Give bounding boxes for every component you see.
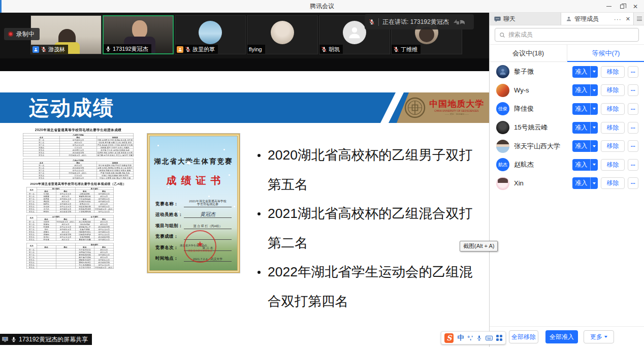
row-more-button[interactable]: ••• <box>628 140 638 152</box>
bullet-line: 2020湖北省高校杯的乙组男子双打 <box>255 141 485 170</box>
remove-button[interactable]: 移除 <box>601 177 625 189</box>
table-row: 第一名武汉大学郭心怡 钱雯怡 可璇 甲也齐 游青雀 陈蕊 <box>23 164 134 167</box>
certificate-field-label: 项目与组别： <box>155 223 184 229</box>
admit-button[interactable]: 准入 <box>572 84 598 96</box>
table-row: 第一名华中师范大学刘阳 余明星 程子恒 朱明灿 游乐晨 冯午霖 <box>23 139 134 141</box>
member-name: 张天宇山西大学 <box>514 142 568 151</box>
row-more-button[interactable]: ••• <box>628 159 638 171</box>
event-result-table: 名次混合双打姓名单位姓名单位第一名刘子航/辛宜宜武汉大学第二名涂雪涵/王鸿远武汉… <box>26 243 114 269</box>
remove-button[interactable]: 移除 <box>601 84 625 96</box>
ime-mic-icon[interactable] <box>476 335 482 341</box>
sogou-logo-icon[interactable]: S <box>444 333 454 343</box>
admit-label: 准入 <box>572 86 590 94</box>
table-row: 第五名中国地质大学（武汉）谈书鹏 南竹坞 洛笔久 陈立山 谭衍平 竹篝文 <box>23 154 134 156</box>
member-search-input[interactable]: 搜索成员 <box>495 28 639 42</box>
participant-tile[interactable]: 游茂林 <box>30 15 102 54</box>
table-row: 第三名华中农业大学晓爱琪 雨晴 程谣 申青霞 张馥元 樊琳 <box>23 169 134 172</box>
admit-dropdown[interactable] <box>590 84 598 96</box>
share-badge-label: 173192黄冠杰的屏幕共享 <box>19 335 88 344</box>
panel-more-button[interactable]: ··· <box>614 16 622 23</box>
bullet-line: 第二名 <box>255 229 485 258</box>
screen-share-icon <box>2 336 9 342</box>
admit-button[interactable]: 准入 <box>572 159 598 171</box>
remove-all-button[interactable]: 全部移除 <box>509 330 538 343</box>
avatar <box>343 21 366 44</box>
avatar <box>496 140 509 153</box>
admit-button[interactable]: 准入 <box>572 140 598 152</box>
participant-name: 游茂林 <box>48 45 65 53</box>
admit-dropdown[interactable] <box>590 177 598 189</box>
remove-button[interactable]: 移除 <box>601 66 625 78</box>
ime-toolbox-icon[interactable] <box>496 335 502 341</box>
remove-button[interactable]: 移除 <box>601 122 625 134</box>
participant-name: 丁维维 <box>401 45 417 53</box>
muted-mic-icon <box>185 46 191 52</box>
admit-button[interactable]: 准入 <box>572 66 598 78</box>
row-more-button[interactable]: ••• <box>628 66 638 78</box>
table-row: 第二名武汉大学吕听聪 易子豪 何鹏 王斗年 汤哲显 邓泽 <box>23 141 134 144</box>
member-name: 降佳俊 <box>514 104 568 113</box>
table-row: 第五名李文韬/王雨冲中国地质大学（武汉） <box>26 266 114 269</box>
participant-tile[interactable]: flying <box>247 15 318 54</box>
participant-tile[interactable]: 173192黄冠杰 <box>103 15 174 54</box>
screen-share-badge: 173192黄冠杰的屏幕共享 <box>0 334 92 345</box>
footer-more-button[interactable]: 更多 <box>584 330 614 343</box>
ime-keyboard-icon[interactable] <box>486 335 493 341</box>
remove-button[interactable]: 移除 <box>601 103 625 115</box>
admit-button[interactable]: 准入 <box>572 177 598 189</box>
arrow-icons <box>453 18 466 26</box>
certificate-field-label: 竞赛名称： <box>155 201 184 207</box>
tab-in-meeting[interactable]: 会议中(18) <box>490 45 567 61</box>
table-row: 第四名江汉大学田梓祺 霍平 王悦平 黄泽心 迟飘然 <box>23 146 134 149</box>
member-name: 赵航杰 <box>514 160 568 169</box>
admit-dropdown[interactable] <box>590 122 598 134</box>
ime-lang-toggle[interactable]: 中 <box>457 333 464 342</box>
close-button[interactable]: ✕ <box>629 1 642 12</box>
minimize-icon <box>606 6 611 7</box>
member-row: Wy-s准入移除••• <box>490 81 644 100</box>
admit-dropdown[interactable] <box>590 103 598 115</box>
remove-button[interactable]: 移除 <box>601 140 625 152</box>
certificate-field-label: 竞赛成绩： <box>155 234 184 240</box>
member-row: 航杰赵航杰准入移除••• <box>490 155 644 174</box>
minimize-button[interactable] <box>602 1 616 12</box>
admit-all-label: 全部准入 <box>550 333 574 341</box>
admit-label: 准入 <box>572 142 590 150</box>
caret-down-icon <box>604 336 607 338</box>
certificate-image: 湖北省大学生体育竞赛 成绩证书 竞赛名称：2021年湖北省普通高等学校 学生羽毛… <box>147 134 240 273</box>
tab-chat[interactable]: 聊天 <box>490 13 561 25</box>
admit-dropdown[interactable] <box>590 140 598 152</box>
admit-dropdown[interactable] <box>590 66 598 78</box>
admit-all-button[interactable]: 全部准入 <box>545 330 578 343</box>
tab-manage-members[interactable]: 管理成员 ··· ✕ <box>561 13 633 25</box>
participant-name: 故里的草 <box>192 45 215 53</box>
screen-share-stage: 游茂林173192黄冠杰故里的草flying胡凯丁维维 录制中 正在讲话: 17… <box>0 13 489 347</box>
muted-mic-icon <box>321 46 327 52</box>
admit-label: 准入 <box>572 123 590 132</box>
speaking-indicator: 正在讲话: 173192黄冠杰 <box>365 14 474 29</box>
admit-button[interactable]: 准入 <box>572 103 598 115</box>
ime-punctuation-toggle[interactable]: °,’ <box>467 335 473 341</box>
university-logo: 中国地质大学 CHINA UNIVERSITY OF GEOSCIENCES —… <box>397 92 489 123</box>
remove-button[interactable]: 移除 <box>601 159 625 171</box>
muted-mic-icon <box>393 46 399 52</box>
participant-tile[interactable]: 故里的草 <box>175 15 246 54</box>
row-more-button[interactable]: ••• <box>628 122 638 134</box>
panel-menu-button[interactable] <box>633 13 644 25</box>
member-name: Xin <box>514 179 568 187</box>
admit-dropdown[interactable] <box>590 159 598 171</box>
row-more-button[interactable]: ••• <box>628 103 638 115</box>
row-more-button[interactable]: ••• <box>628 177 638 189</box>
certificate-subtitle: 成绩证书 <box>148 174 239 187</box>
caret-down-icon <box>593 108 596 110</box>
tab-waiting[interactable]: 等候中(7) <box>567 45 644 61</box>
tencent-meeting-window: 腾讯会议 ✕ 游茂林173192黄冠杰故里的草flying胡凯丁维维 录制中 正… <box>0 0 644 347</box>
row-more-button[interactable]: ••• <box>628 84 638 96</box>
member-row: 黎子微准入移除••• <box>490 62 644 81</box>
window-titlebar: 腾讯会议 ✕ <box>0 0 644 13</box>
panel-close-button[interactable]: ✕ <box>626 16 630 22</box>
person-icon <box>499 68 507 76</box>
admit-button[interactable]: 准入 <box>572 122 598 134</box>
restore-button[interactable] <box>616 1 629 12</box>
search-placeholder: 搜索成员 <box>508 30 533 39</box>
